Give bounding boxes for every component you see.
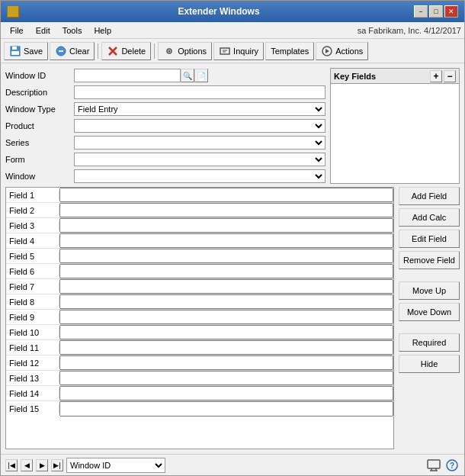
field-2-input[interactable] — [59, 203, 393, 217]
save-button[interactable]: Save — [4, 42, 48, 60]
delete-button[interactable]: Delete — [101, 42, 151, 60]
field-14-label: Field 14 — [6, 389, 59, 398]
series-select[interactable] — [74, 136, 326, 150]
form-row: Form — [5, 152, 326, 167]
field-5-input[interactable] — [59, 249, 393, 263]
clear-button[interactable]: Clear — [50, 42, 95, 60]
field-row-14: Field 14 — [6, 386, 393, 401]
svg-text:?: ? — [450, 462, 454, 470]
fields-list: Field 1 Field 2 Field 3 Field 4 Field 5 — [5, 187, 394, 449]
content-area: Window ID 🔍 📄 Description Window Type — [1, 63, 464, 454]
templates-button[interactable]: Templates — [265, 42, 314, 60]
field-7-label: Field 7 — [6, 282, 59, 291]
menu-help[interactable]: Help — [88, 24, 117, 37]
product-row: Product — [5, 118, 326, 133]
field-row-6: Field 6 — [6, 264, 393, 279]
window-id-browse-button[interactable]: 📄 — [194, 69, 208, 82]
minimize-button[interactable]: − — [414, 5, 428, 18]
field-11-label: Field 11 — [6, 343, 59, 352]
window-id-label: Window ID — [5, 71, 74, 80]
monitor-icon[interactable] — [426, 458, 441, 473]
field-8-input[interactable] — [59, 294, 393, 309]
product-label: Product — [5, 121, 74, 130]
field-row-1: Field 1 — [6, 188, 393, 203]
move-down-button[interactable]: Move Down — [399, 303, 460, 321]
menu-tools[interactable]: Tools — [56, 24, 88, 37]
field-9-label: Field 9 — [6, 313, 59, 322]
window-id-row: Window ID 🔍 📄 — [5, 68, 326, 83]
field-11-input[interactable] — [59, 340, 393, 355]
field-8-label: Field 8 — [6, 298, 59, 307]
options-icon — [163, 45, 175, 57]
field-5-label: Field 5 — [6, 252, 59, 261]
move-up-button[interactable]: Move Up — [399, 281, 460, 300]
user-info: sa Fabrikam, Inc. 4/12/2017 — [358, 26, 461, 35]
window-type-select[interactable]: Field Entry List View Detail View — [74, 102, 326, 116]
remove-field-button[interactable]: Remove Field — [399, 251, 460, 269]
fields-section: Field 1 Field 2 Field 3 Field 4 Field 5 — [5, 187, 460, 449]
window-title: Extender Windows — [24, 6, 414, 17]
clear-icon — [55, 45, 67, 57]
field-row-10: Field 10 — [6, 325, 393, 340]
key-fields-add-button[interactable]: + — [430, 70, 442, 82]
app-icon — [7, 5, 19, 18]
field-12-input[interactable] — [59, 355, 393, 370]
actions-button[interactable]: Actions — [316, 42, 368, 60]
nav-last-button[interactable]: ▶| — [51, 459, 63, 471]
field-4-input[interactable] — [59, 233, 393, 248]
field-15-label: Field 15 — [6, 404, 59, 413]
field-13-input[interactable] — [59, 371, 393, 385]
form-select[interactable] — [74, 153, 326, 166]
nav-prev-button[interactable]: ◀ — [21, 459, 33, 471]
nav-next-button[interactable]: ▶ — [36, 459, 48, 471]
window-select[interactable] — [74, 169, 326, 183]
form-fields: Window ID 🔍 📄 Description Window Type — [5, 68, 326, 184]
edit-field-button[interactable]: Edit Field — [399, 230, 460, 248]
status-icons: ? — [426, 458, 460, 473]
btn-spacer-1 — [399, 272, 460, 278]
window-id-input-group: 🔍 📄 — [74, 69, 326, 82]
hide-button[interactable]: Hide — [399, 355, 460, 373]
description-input[interactable] — [74, 85, 326, 99]
field-13-label: Field 13 — [6, 374, 59, 383]
nav-field-select[interactable]: Window ID — [66, 458, 165, 473]
add-field-button[interactable]: Add Field — [399, 187, 460, 205]
field-9-input[interactable] — [59, 310, 393, 324]
field-7-input[interactable] — [59, 279, 393, 294]
field-row-4: Field 4 — [6, 233, 393, 249]
window-type-row: Window Type Field Entry List View Detail… — [5, 101, 326, 117]
inquiry-button[interactable]: Inquiry — [213, 42, 264, 60]
field-3-input[interactable] — [59, 218, 393, 233]
product-select[interactable] — [74, 119, 326, 133]
menu-edit[interactable]: Edit — [30, 24, 56, 37]
field-10-label: Field 10 — [6, 328, 59, 337]
menu-file[interactable]: File — [4, 24, 30, 37]
svg-point-8 — [168, 50, 171, 52]
nav-first-button[interactable]: |◀ — [5, 459, 18, 471]
maximize-button[interactable]: □ — [429, 5, 443, 18]
options-button[interactable]: Options — [158, 42, 212, 60]
svg-rect-2 — [11, 51, 19, 55]
close-button[interactable]: ✕ — [444, 5, 458, 18]
field-14-input[interactable] — [59, 386, 393, 400]
field-row-9: Field 9 — [6, 310, 393, 325]
key-fields-panel: Key Fields + − — [330, 68, 460, 184]
field-6-input[interactable] — [59, 264, 393, 278]
svg-rect-9 — [220, 48, 229, 54]
description-label: Description — [5, 88, 74, 97]
field-row-15: Field 15 — [6, 401, 393, 416]
window-row: Window — [5, 169, 326, 184]
field-15-input[interactable] — [59, 401, 393, 416]
window-id-search-button[interactable]: 🔍 — [181, 69, 194, 82]
field-6-label: Field 6 — [6, 267, 59, 276]
help-icon[interactable]: ? — [444, 458, 460, 473]
key-fields-remove-button[interactable]: − — [444, 70, 456, 82]
field-10-input[interactable] — [59, 325, 393, 339]
description-row: Description — [5, 85, 326, 100]
add-calc-button[interactable]: Add Calc — [399, 208, 460, 227]
actions-icon — [321, 45, 333, 57]
window-id-input[interactable] — [74, 69, 181, 82]
field-1-input[interactable] — [59, 188, 393, 202]
title-bar: Extender Windows − □ ✕ — [1, 1, 464, 22]
required-button[interactable]: Required — [399, 333, 460, 352]
